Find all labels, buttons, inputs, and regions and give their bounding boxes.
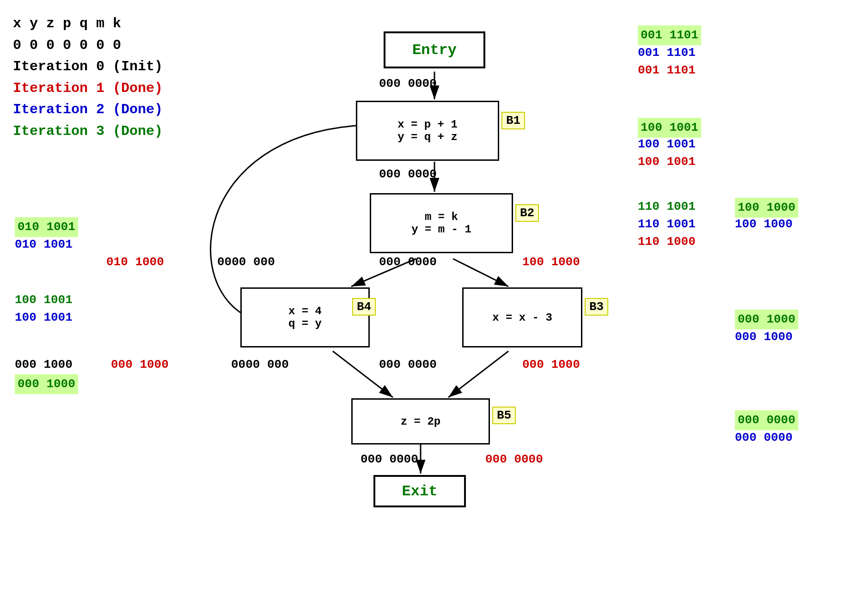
b5-content: z = 2p xyxy=(401,415,440,428)
b5-label: B5 xyxy=(492,407,516,424)
b2-arrow-left-red: 010 1000 xyxy=(106,253,164,271)
entry-top-right-green: 001 1101 xyxy=(638,25,701,45)
svg-line-4 xyxy=(453,259,508,286)
b1-content: x = p + 1 y = q + z xyxy=(397,118,458,143)
b2-label: B2 xyxy=(515,204,539,222)
b2-right-blue: 110 1001 xyxy=(638,215,696,233)
entry-arrow-black: 000 0000 xyxy=(379,75,437,93)
b2-arrow-right-black: 000 0000 xyxy=(379,253,437,271)
b2-box: m = k y = m - 1 xyxy=(370,193,513,253)
b2-far-right-blue: 100 1000 xyxy=(735,215,793,233)
b3-right-green: 000 1000 xyxy=(735,310,798,329)
b1-right-green: 100 1001 xyxy=(638,118,701,138)
b2-right-green: 110 1001 xyxy=(638,198,696,216)
b2-right-red: 110 1000 xyxy=(638,233,696,251)
svg-line-6 xyxy=(448,351,508,397)
legend-iter1: Iteration 1 (Done) xyxy=(13,78,163,99)
b3-below-red: 000 1000 xyxy=(522,356,580,374)
entry-label: Entry xyxy=(412,42,457,59)
b5-right-blue: 000 0000 xyxy=(735,429,793,447)
b5-arrow-black: 000 0000 xyxy=(361,451,418,469)
b1-arrow-black: 000 0000 xyxy=(379,165,437,183)
b1-right-red: 100 1001 xyxy=(638,153,696,171)
b3-below-black: 000 0000 xyxy=(379,356,437,374)
b3-content: x = x - 3 xyxy=(492,311,552,324)
b4-bottom-green: 000 1000 xyxy=(15,374,78,394)
exit-label: Exit xyxy=(402,483,438,500)
legend-iter0: Iteration 0 (Init) xyxy=(13,56,163,78)
legend-vars-line1: x y z p q m k xyxy=(13,13,163,35)
b2-arrow-left-black: 0000 000 xyxy=(217,253,275,271)
b2-left-blue: 010 1001 xyxy=(15,236,73,254)
main-container: x y z p q m k 0 0 0 0 0 0 0 Iteration 0 … xyxy=(0,0,868,609)
b4-left-blue: 100 1001 xyxy=(15,309,73,327)
entry-top-right-red: 001 1101 xyxy=(638,61,696,79)
b2-far-right-green: 100 1000 xyxy=(735,198,798,218)
b4-label: B4 xyxy=(352,298,376,316)
legend-iter2: Iteration 2 (Done) xyxy=(13,99,163,121)
b4-below-black2: 0000 000 xyxy=(231,356,289,374)
b1-label: B1 xyxy=(501,112,525,129)
b3-label: B3 xyxy=(585,298,608,316)
b1-right-blue: 100 1001 xyxy=(638,135,696,153)
entry-box: Entry xyxy=(384,31,485,68)
b2-arrow-right-red: 100 1000 xyxy=(522,253,580,271)
b4-below-red: 000 1000 xyxy=(111,356,169,374)
b3-right-blue: 000 1000 xyxy=(735,328,793,346)
b4-box: x = 4 q = y xyxy=(240,287,370,347)
b4-content: x = 4 q = y xyxy=(288,305,322,330)
b5-right-green: 000 0000 xyxy=(735,410,798,430)
b3-box: x = x - 3 xyxy=(462,287,582,347)
b4-left-green: 100 1001 xyxy=(15,291,73,309)
b5-arrow-red: 000 0000 xyxy=(485,451,543,469)
b4-below-black: 000 1000 xyxy=(15,356,73,374)
b5-box: z = 2p xyxy=(351,398,490,445)
exit-box: Exit xyxy=(373,475,466,507)
b2-content: m = k y = m - 1 xyxy=(411,211,471,236)
entry-top-right-blue: 001 1101 xyxy=(638,44,696,62)
legend-vars-line2: 0 0 0 0 0 0 0 xyxy=(13,35,163,56)
legend: x y z p q m k 0 0 0 0 0 0 0 Iteration 0 … xyxy=(13,13,163,142)
legend-iter3: Iteration 3 (Done) xyxy=(13,121,163,142)
b1-box: x = p + 1 y = q + z xyxy=(356,101,499,161)
b2-left-green: 010 1001 xyxy=(15,217,78,237)
